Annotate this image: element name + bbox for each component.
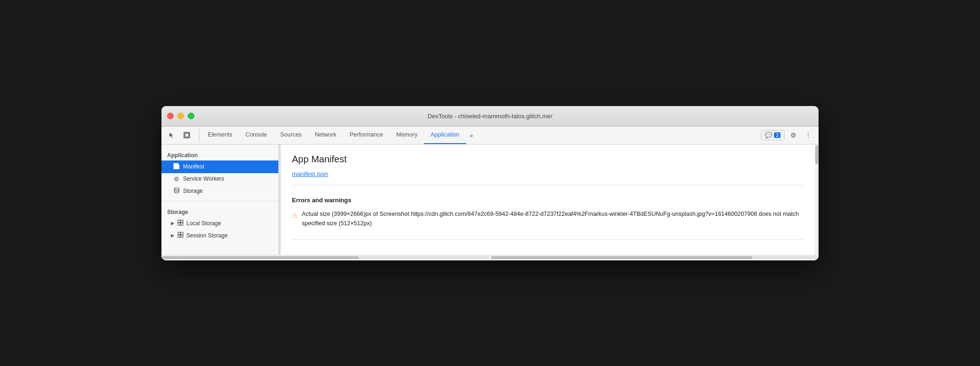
tab-application[interactable]: Application xyxy=(424,127,466,144)
sidebar-storage-section-label: Storage xyxy=(161,205,278,217)
main-inner: Application Manifest ⚙ Service Workers xyxy=(161,145,819,255)
session-storage-label: Session Storage xyxy=(186,232,228,239)
sidebar-item-manifest[interactable]: Manifest xyxy=(161,160,278,173)
svg-point-3 xyxy=(174,188,179,190)
more-options-icon[interactable]: ⋮ xyxy=(802,129,815,142)
sidebar-scrollbar-thumb[interactable] xyxy=(162,256,359,259)
svg-rect-9 xyxy=(181,232,183,235)
service-workers-label: Service Workers xyxy=(183,175,224,182)
tab-elements[interactable]: Elements xyxy=(201,127,239,144)
errors-section: Errors and warnings ⚠ Actual size (3999×… xyxy=(292,191,804,234)
layers-icon[interactable] xyxy=(180,129,193,142)
storage-db-icon xyxy=(173,187,180,195)
tab-list: Elements Console Sources Network Perform… xyxy=(201,127,757,144)
tab-network[interactable]: Network xyxy=(308,127,343,144)
local-storage-label: Local Storage xyxy=(186,220,221,227)
service-workers-gear-icon: ⚙ xyxy=(173,175,180,183)
svg-rect-10 xyxy=(178,235,180,237)
sidebar-application-label: Application xyxy=(161,148,278,160)
warning-icon: ⚠ xyxy=(292,210,298,221)
errors-title: Errors and warnings xyxy=(292,197,804,204)
cursor-icon[interactable] xyxy=(165,129,178,142)
local-storage-chevron-icon: ▶ xyxy=(171,221,175,226)
maximize-button[interactable] xyxy=(188,113,194,119)
sidebar: Application Manifest ⚙ Service Workers xyxy=(161,145,279,255)
bottom-scrollbar-bar xyxy=(161,255,819,260)
close-button[interactable] xyxy=(167,113,174,119)
tab-overflow-button[interactable]: » xyxy=(466,127,477,144)
content-scrollbar-thumb[interactable] xyxy=(491,256,752,259)
sidebar-divider xyxy=(161,201,278,201)
svg-rect-1 xyxy=(185,133,189,137)
window-title: DevTools - chiseled-mammoth-talos.glitch… xyxy=(428,113,552,120)
tab-console[interactable]: Console xyxy=(239,127,274,144)
error-item: ⚠ Actual size (3999×2666)px of Screensho… xyxy=(292,209,804,228)
vertical-scrollbar[interactable] xyxy=(815,145,819,255)
sidebar-item-local-storage[interactable]: ▶ Local Storage xyxy=(161,217,278,229)
titlebar: DevTools - chiseled-mammoth-talos.glitch… xyxy=(161,106,819,127)
page-title: App Manifest xyxy=(292,154,804,165)
sidebar-horizontal-scrollbar[interactable] xyxy=(162,256,489,259)
svg-rect-11 xyxy=(181,235,183,237)
tab-performance[interactable]: Performance xyxy=(343,127,390,144)
message-icon: 💬 xyxy=(765,132,772,138)
badge-count: 2 xyxy=(774,132,781,138)
sidebar-item-session-storage[interactable]: ▶ Session Storage xyxy=(161,229,278,242)
traffic-lights xyxy=(167,113,194,119)
content-divider-2 xyxy=(292,239,804,240)
manifest-label: Manifest xyxy=(183,163,204,170)
minimize-button[interactable] xyxy=(177,113,184,119)
tab-sources[interactable]: Sources xyxy=(274,127,308,144)
sidebar-item-storage[interactable]: Storage xyxy=(161,185,278,197)
devtools-window: DevTools - chiseled-mammoth-talos.glitch… xyxy=(161,106,819,260)
sidebar-item-service-workers[interactable]: ⚙ Service Workers xyxy=(161,173,278,185)
local-storage-grid-icon xyxy=(177,220,184,227)
svg-rect-8 xyxy=(178,232,180,235)
tab-memory[interactable]: Memory xyxy=(390,127,424,144)
toolbar-icons xyxy=(165,129,199,142)
toolbar: Elements Console Sources Network Perform… xyxy=(161,127,819,145)
content-panel: App Manifest manifest.json Errors and wa… xyxy=(281,145,815,255)
messages-badge-button[interactable]: 💬 2 xyxy=(761,130,785,140)
session-storage-chevron-icon: ▶ xyxy=(171,233,175,238)
storage-label: Storage xyxy=(183,188,203,194)
manifest-document-icon xyxy=(173,163,180,171)
toolbar-right: 💬 2 ⚙ ⋮ xyxy=(757,129,815,142)
svg-rect-7 xyxy=(181,223,183,225)
content-divider-1 xyxy=(292,185,804,185)
vertical-scrollbar-thumb[interactable] xyxy=(815,145,818,164)
manifest-json-link[interactable]: manifest.json xyxy=(292,170,804,177)
svg-rect-5 xyxy=(181,220,183,222)
error-text: Actual size (3999×2666)px of Screenshot … xyxy=(302,209,804,228)
session-storage-grid-icon xyxy=(177,232,184,239)
content-horizontal-scrollbar[interactable] xyxy=(491,256,818,259)
main-wrapper: Application Manifest ⚙ Service Workers xyxy=(161,145,819,260)
svg-rect-4 xyxy=(178,220,180,222)
svg-rect-6 xyxy=(178,223,180,225)
settings-icon[interactable]: ⚙ xyxy=(787,129,800,142)
